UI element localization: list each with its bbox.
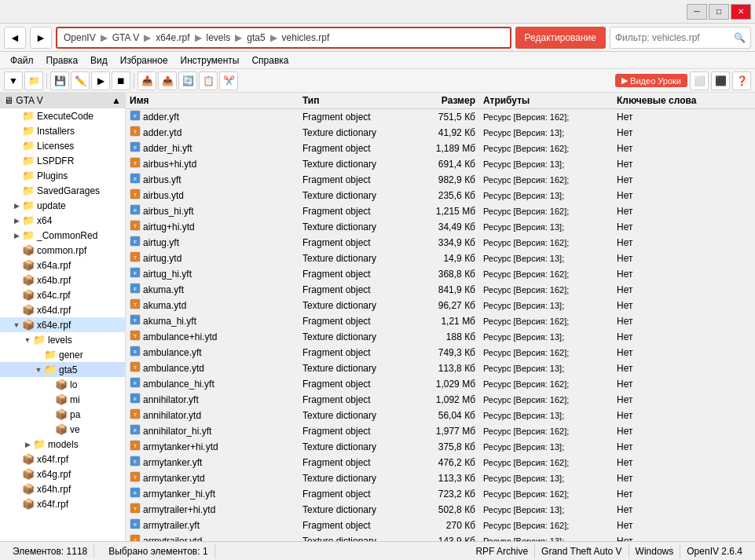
minimize-button[interactable]: ─ [687,4,707,20]
table-row[interactable]: T airbus.ytd Texture dictionary 235,6 Кб… [126,188,755,203]
table-row[interactable]: T armytanker+hi.ytd Texture dictionary 3… [126,439,755,455]
folder-icon: 📁 [22,185,35,196]
col-header-name[interactable]: Имя [126,95,299,106]
sidebar-item-x64d[interactable]: 📦 x64d.rpf [0,302,125,317]
toolbar-btn-3[interactable]: 💾 [50,71,69,90]
toolbar-screen-btn[interactable]: ⬜ [690,71,709,90]
menu-file[interactable]: Файл [4,53,40,68]
breadcrumb-levels[interactable]: levels [207,32,231,43]
col-header-type[interactable]: Тип [299,95,409,106]
close-button[interactable]: ✕ [731,4,751,20]
sidebar-item-commonred[interactable]: ▶ 📁 _CommonRed [0,228,125,243]
toolbar-tile-btn[interactable]: ⬛ [711,71,730,90]
sidebar-item-savedgarages[interactable]: 📁 SavedGarages [0,183,125,198]
toolbar-btn-4[interactable]: ✏️ [71,71,90,90]
sidebar-item-levels[interactable]: ▼ 📁 levels [0,332,125,347]
table-row[interactable]: F airtug.yft Fragment object 334,9 Кб Ре… [126,235,755,251]
table-row[interactable]: T armytanker.ytd Texture dictionary 113,… [126,470,755,486]
table-row[interactable]: F ambulance_hi.yft Fragment object 1,029… [126,376,755,392]
breadcrumb-openiv[interactable]: OpenIV [64,32,96,43]
sidebar-item-pa[interactable]: 📦 pa [0,407,125,422]
sidebar-item-gener[interactable]: 📁 gener [0,347,125,362]
table-row[interactable]: T airbus+hi.ytd Texture dictionary 691,4… [126,156,755,172]
table-row[interactable]: T airtug.ytd Texture dictionary 14,9 Кб … [126,251,755,266]
maximize-button[interactable]: □ [709,4,729,20]
table-row[interactable]: F armytanker_hi.yft Fragment object 723,… [126,486,755,502]
search-icon[interactable]: 🔍 [734,32,746,43]
table-row[interactable]: F akuma.yft Fragment object 841,9 Кб Рес… [126,282,755,298]
toolbar-btn-2[interactable]: 📁 [24,71,43,90]
sidebar-collapse-icon[interactable]: ▲ [112,95,121,106]
sidebar-item-gta5[interactable]: ▼ 📁 gta5 [0,362,125,377]
back-button[interactable]: ◄ [4,27,26,49]
table-row[interactable]: F airbus_hi.yft Fragment object 1,215 Мб… [126,203,755,219]
table-row[interactable]: F ambulance.yft Fragment object 749,3 Кб… [126,345,755,361]
breadcrumb-vehicles[interactable]: vehicles.rpf [282,32,330,43]
sidebar-item-plugins[interactable]: 📁 Plugins [0,168,125,183]
breadcrumb-gtav[interactable]: GTA V [112,32,139,43]
sidebar-item-lspdfr[interactable]: 📁 LSPDFR [0,153,125,168]
sidebar-item-x64b[interactable]: 📦 x64b.rpf [0,273,125,287]
menu-help[interactable]: Справка [245,53,295,68]
menu-favorites[interactable]: Избранное [114,53,174,68]
toolbar-btn-11[interactable]: ✂️ [219,71,238,90]
table-row[interactable]: T armytrailer+hi.ytd Texture dictionary … [126,502,755,518]
menu-edit[interactable]: Правка [40,53,85,68]
table-row[interactable]: F annihilator_hi.yft Fragment object 1,9… [126,423,755,439]
sidebar-item-update[interactable]: ▶ 📁 update [0,198,125,213]
table-row[interactable]: F adder_hi.yft Fragment object 1,189 Мб … [126,141,755,156]
table-row[interactable]: T ambulance+hi.ytd Texture dictionary 18… [126,329,755,345]
filter-input[interactable] [615,32,734,43]
sidebar-item-licenses[interactable]: 📁 Licenses [0,138,125,153]
edit-button[interactable]: Редактирование [515,27,606,49]
sidebar-item-x64c[interactable]: 📦 x64c.rpf [0,287,125,302]
sidebar-item-common[interactable]: 📦 common.rpf [0,243,125,258]
sidebar-item-executecode[interactable]: 📁 ExecuteCode [0,108,125,123]
sidebar-item-x64g[interactable]: 📦 x64g.rpf [0,467,125,481]
table-row[interactable]: T akuma.ytd Texture dictionary 96,27 Кб … [126,298,755,313]
menu-view[interactable]: Вид [84,53,114,68]
table-row[interactable]: F akuma_hi.yft Fragment object 1,21 Мб Р… [126,313,755,329]
sidebar-item-lo[interactable]: 📦 lo [0,377,125,392]
col-header-attrs[interactable]: Атрибуты [479,95,613,106]
toolbar-btn-10[interactable]: 📋 [199,71,218,90]
table-row[interactable]: F annihilator.yft Fragment object 1,092 … [126,392,755,408]
file-size: 1,029 Мб [409,379,479,390]
col-header-size[interactable]: Размер [409,95,479,106]
toolbar-btn-9[interactable]: 🔄 [178,71,197,90]
sidebar-item-x64f[interactable]: 📦 x64f.rpf [0,452,125,467]
file-cell-name: F ambulance.yft [126,346,299,359]
table-row[interactable]: F airbus.yft Fragment object 982,9 Кб Ре… [126,172,755,188]
toolbar-btn-6[interactable]: ⏹ [112,71,130,90]
table-row[interactable]: F armytanker.yft Fragment object 476,2 К… [126,455,755,470]
breadcrumb-gta5[interactable]: gta5 [247,32,265,43]
table-row[interactable]: F armytrailer.yft Fragment object 270 Кб… [126,518,755,533]
sidebar-item-models[interactable]: ▶ 📁 models [0,437,125,452]
sidebar-item-installers[interactable]: 📁 Installers [0,123,125,138]
sidebar-item-x64f2[interactable]: 📦 x64f.rpf [0,496,125,511]
breadcrumb-x64e[interactable]: x64e.rpf [156,32,189,43]
toolbar-btn-8[interactable]: 📤 [158,71,177,90]
table-row[interactable]: T airtug+hi.ytd Texture dictionary 34,49… [126,219,755,235]
table-row[interactable]: T adder.ytd Texture dictionary 41,92 Кб … [126,125,755,141]
sidebar-item-x64h[interactable]: 📦 x64h.rpf [0,481,125,496]
toolbar-btn-1[interactable]: ▼ [4,71,23,90]
toolbar-btn-5[interactable]: ▶ [91,71,110,90]
toolbar-btn-7[interactable]: 📥 [137,71,156,90]
table-row[interactable]: F airtug_hi.yft Fragment object 368,8 Кб… [126,266,755,282]
sidebar-item-x64e[interactable]: ▼ 📦 x64e.rpf [0,317,125,332]
col-header-keys[interactable]: Ключевые слова [613,95,755,106]
sidebar-item-x64a[interactable]: 📦 x64a.rpf [0,258,125,273]
table-row[interactable]: T armytrailer.ytd Texture dictionary 143… [126,533,755,541]
table-row[interactable]: F adder.yft Fragment object 751,5 Кб Рес… [126,109,755,125]
video-button[interactable]: ▶ Видео Уроки [615,74,687,87]
sidebar-item-ve[interactable]: 📦 ve [0,422,125,437]
forward-button[interactable]: ► [30,27,52,49]
table-row[interactable]: T ambulance.ytd Texture dictionary 113,8… [126,361,755,376]
sidebar-item-mi[interactable]: 📦 mi [0,392,125,407]
sidebar-item-x64[interactable]: ▶ 📁 x64 [0,213,125,228]
toolbar-help-btn[interactable]: ❓ [732,71,751,90]
table-row[interactable]: T annihilator.ytd Texture dictionary 56,… [126,408,755,423]
menu-tools[interactable]: Инструменты [174,53,246,68]
file-keys: Нет [613,174,755,185]
